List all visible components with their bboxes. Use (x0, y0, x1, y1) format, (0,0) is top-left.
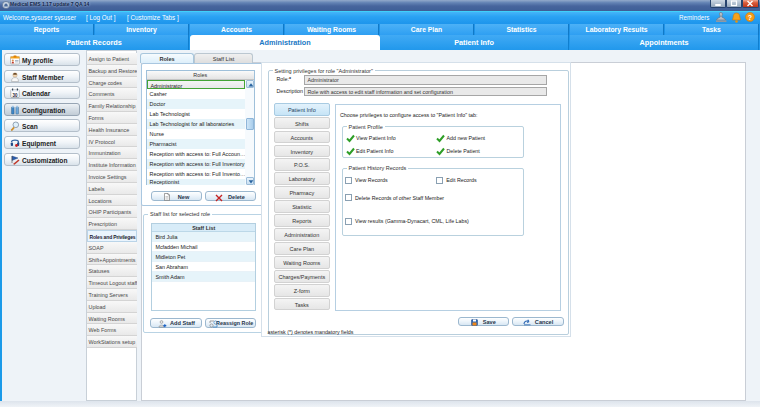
svg-text:?: ? (748, 13, 752, 20)
svg-text:30: 30 (12, 93, 18, 98)
